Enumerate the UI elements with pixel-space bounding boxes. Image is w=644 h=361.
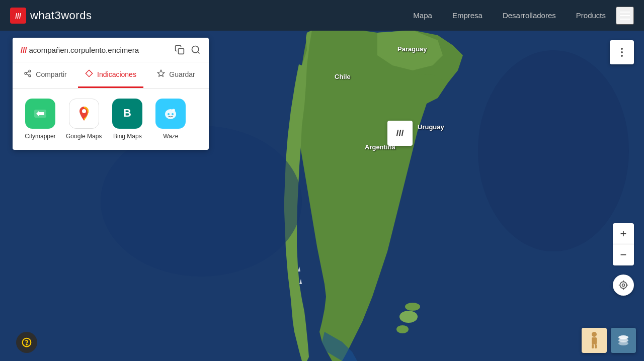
svg-line-14 <box>27 71 29 73</box>
bingmaps-label: Bing Maps <box>113 133 142 140</box>
tab-indicaciones[interactable]: Indicaciones <box>78 62 143 88</box>
nav-links: Mapa Empresa Desarrolladores Products <box>413 11 606 20</box>
pegman-button[interactable] <box>582 328 607 353</box>
logo-text: what3words <box>30 9 92 22</box>
share-icon <box>24 69 32 79</box>
tab-indicaciones-label: Indicaciones <box>97 70 136 78</box>
tab-compartir-label: Compartir <box>36 70 66 78</box>
svg-point-23 <box>172 109 175 112</box>
panel-address: /// acompañen.corpulento.encimera <box>21 46 171 54</box>
svg-rect-28 <box>592 344 594 348</box>
nav-link-mapa[interactable]: Mapa <box>413 11 432 20</box>
svg-marker-15 <box>86 70 92 76</box>
svg-point-25 <box>620 282 626 288</box>
waze-label: Waze <box>163 133 178 140</box>
app-waze[interactable]: Waze <box>153 99 188 140</box>
svg-marker-16 <box>158 70 165 76</box>
address-text: acompañen.corpulento.encimera <box>29 46 139 54</box>
svg-point-5 <box>478 50 629 251</box>
panel-header: /// acompañen.corpulento.encimera <box>13 38 209 62</box>
svg-point-3 <box>405 303 420 311</box>
svg-rect-8 <box>179 49 184 54</box>
dot-1 <box>621 48 623 50</box>
hamburger-line-2 <box>620 15 630 16</box>
app-citymapper[interactable]: Citymapper <box>23 99 58 140</box>
hint-button[interactable] <box>16 332 37 353</box>
dot-3 <box>621 55 623 57</box>
copy-button[interactable] <box>175 45 185 55</box>
svg-point-32 <box>618 341 628 345</box>
citymapper-icon <box>25 99 55 129</box>
logo-area: /// what3words <box>10 8 413 24</box>
svg-point-1 <box>399 311 418 323</box>
svg-point-24 <box>622 284 625 287</box>
panel-actions <box>175 45 201 55</box>
hamburger-button[interactable] <box>616 7 634 25</box>
googlemaps-icon <box>69 99 99 129</box>
hamburger-line-3 <box>620 19 630 20</box>
svg-point-34 <box>26 344 27 345</box>
location-panel: /// acompañen.corpulento.encimera <box>13 38 209 150</box>
navbar: /// what3words Mapa Empresa Desarrollado… <box>0 0 644 31</box>
panel-tabs: Compartir Indicaciones Guardar <box>13 62 209 88</box>
svg-point-10 <box>29 70 31 72</box>
nav-link-empresa[interactable]: Empresa <box>452 11 482 20</box>
svg-point-18 <box>82 109 86 113</box>
googlemaps-label: Google Maps <box>66 133 102 140</box>
zoom-controls: + − <box>613 223 634 265</box>
app-grid: Citymapper Google Maps B Bing <box>13 88 209 150</box>
map-pin-icon: /// <box>396 128 404 139</box>
app-bingmaps[interactable]: B Bing Maps <box>110 99 145 140</box>
nav-link-desarrolladores[interactable]: Desarrolladores <box>503 11 556 20</box>
search-button[interactable] <box>191 45 201 55</box>
app-googlemaps[interactable]: Google Maps <box>66 99 102 140</box>
bingmaps-icon: B <box>112 99 142 129</box>
layer-button[interactable] <box>611 328 636 353</box>
star-icon <box>157 69 165 79</box>
svg-point-2 <box>396 325 409 333</box>
svg-point-12 <box>29 75 31 77</box>
zoom-in-button[interactable]: + <box>613 223 634 244</box>
tab-compartir[interactable]: Compartir <box>13 62 78 88</box>
svg-point-26 <box>592 332 597 337</box>
svg-rect-27 <box>592 337 597 344</box>
svg-point-11 <box>25 72 27 74</box>
svg-line-13 <box>27 74 29 75</box>
tab-guardar[interactable]: Guardar <box>143 62 209 88</box>
nav-link-products[interactable]: Products <box>576 11 606 20</box>
tab-guardar-label: Guardar <box>169 70 195 78</box>
dot-2 <box>621 51 623 53</box>
citymapper-label: Citymapper <box>25 133 55 140</box>
locate-button[interactable] <box>613 275 634 296</box>
map-pin[interactable]: /// <box>387 121 413 146</box>
right-controls <box>610 40 634 64</box>
svg-text:B: B <box>123 107 131 119</box>
svg-rect-29 <box>595 344 597 348</box>
svg-point-22 <box>172 113 174 115</box>
bottom-right-controls <box>582 328 636 353</box>
waze-icon <box>155 99 186 129</box>
zoom-out-button[interactable]: − <box>613 244 634 265</box>
more-options-button[interactable] <box>610 40 634 64</box>
svg-text:///: /// <box>15 12 21 20</box>
svg-point-21 <box>168 113 170 115</box>
hamburger-line-1 <box>620 12 630 13</box>
directions-icon <box>85 69 93 79</box>
triple-slash-prefix: /// <box>21 46 27 54</box>
svg-point-9 <box>192 46 199 53</box>
w3w-logo-icon: /// <box>10 8 26 24</box>
